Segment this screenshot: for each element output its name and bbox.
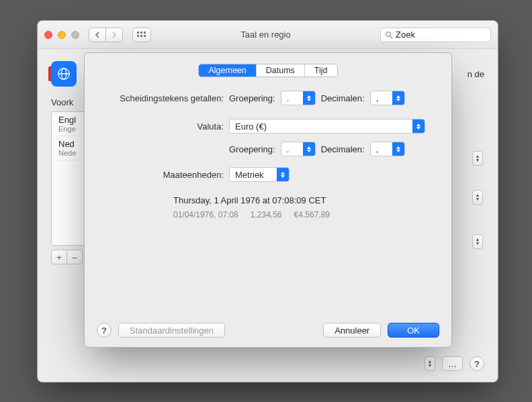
form-general: Scheidingstekens getallen: Groepering: .… xyxy=(97,91,439,222)
minimize-window-button[interactable] xyxy=(58,31,66,39)
forward-button[interactable] xyxy=(105,28,123,42)
tab-general[interactable]: Algemeen xyxy=(199,64,256,77)
search-field[interactable]: Zoek xyxy=(380,28,491,42)
format-preview: Thursday, 1 April 1976 at 07:08:09 CET 0… xyxy=(173,194,437,222)
select-currency-decimal[interactable]: , xyxy=(370,142,405,156)
window-controls xyxy=(44,31,79,39)
weekday-select-arrows[interactable]: ▲▼ xyxy=(472,190,483,205)
svg-rect-0 xyxy=(137,32,139,34)
select-currency[interactable]: Euro (€) xyxy=(229,119,425,134)
nav-back-forward xyxy=(89,28,123,42)
advanced-sheet: Algemeen Datums Tijd Scheidingstekens ge… xyxy=(84,52,452,348)
select-number-grouping[interactable]: . xyxy=(281,91,316,105)
defaults-button[interactable]: Standaardinstellingen xyxy=(118,323,225,338)
ellipsis-button[interactable]: … xyxy=(442,356,463,371)
preview-line1: Thursday, 1 April 1976 at 07:08:09 CET xyxy=(173,194,437,208)
select-units[interactable]: Metriek xyxy=(229,167,290,182)
search-placeholder: Zoek xyxy=(396,30,415,40)
add-language-button[interactable]: + xyxy=(51,250,67,264)
zoom-window-button[interactable] xyxy=(71,31,79,39)
help-button[interactable]: ? xyxy=(470,356,484,371)
calendar-select-arrows[interactable]: ▲▼ xyxy=(472,234,483,249)
add-remove-group: + – xyxy=(51,250,83,264)
svg-rect-1 xyxy=(140,32,142,34)
region-select-arrows[interactable]: ▲▼ xyxy=(472,151,483,166)
label-grouping-currency: Groepering: xyxy=(229,144,275,154)
label-currency: Valuta: xyxy=(99,121,224,132)
titlebar: Taal en regio Zoek xyxy=(38,21,498,49)
cancel-button[interactable]: Annuleer xyxy=(323,323,381,338)
select-number-decimal[interactable]: , xyxy=(370,91,405,105)
back-button[interactable] xyxy=(89,28,106,42)
chevron-updown-icon xyxy=(277,168,289,181)
label-decimals-currency: Decimalen: xyxy=(321,144,365,154)
label-grouping: Groepering: xyxy=(229,93,275,103)
svg-line-7 xyxy=(390,36,392,38)
window-title: Taal en regio xyxy=(151,30,380,40)
svg-rect-4 xyxy=(140,35,142,37)
svg-point-6 xyxy=(386,32,391,36)
lang-region-icon xyxy=(51,61,77,87)
chevron-updown-icon xyxy=(392,91,404,105)
show-all-button[interactable] xyxy=(132,28,151,42)
search-icon xyxy=(385,31,393,39)
close-window-button[interactable] xyxy=(44,31,52,39)
sheet-help-button[interactable]: ? xyxy=(97,323,112,338)
ok-button[interactable]: OK xyxy=(388,323,439,338)
select-currency-grouping[interactable]: . xyxy=(281,142,316,156)
tab-group: Algemeen Datums Tijd xyxy=(198,64,337,77)
svg-rect-3 xyxy=(137,35,139,37)
sheet-footer: ? Standaardinstellingen Annuleer OK xyxy=(97,323,439,338)
tab-dates[interactable]: Datums xyxy=(257,64,305,77)
chevron-updown-icon xyxy=(303,91,315,105)
tab-time[interactable]: Tijd xyxy=(305,64,337,77)
chevron-updown-icon xyxy=(392,142,404,156)
chevron-updown-icon xyxy=(412,119,425,133)
label-decimals: Decimalen: xyxy=(321,93,365,103)
chevron-updown-icon xyxy=(303,142,315,156)
svg-rect-5 xyxy=(144,35,146,37)
preview-line2: 01/04/1976, 07:08 1.234,56 €4.567,89 xyxy=(173,208,437,222)
label-units: Maateenheden: xyxy=(99,170,224,180)
advanced-button-arrows[interactable]: ▲▼ xyxy=(425,356,435,371)
remove-language-button[interactable]: – xyxy=(66,250,83,264)
svg-rect-2 xyxy=(144,32,146,34)
label-number-separators: Scheidingstekens getallen: xyxy=(99,93,224,103)
